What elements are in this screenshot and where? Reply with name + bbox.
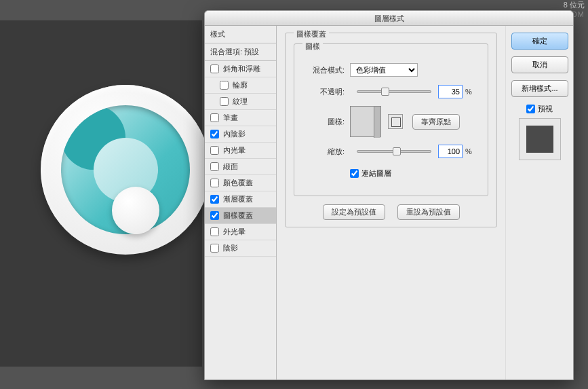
style-checkbox[interactable] xyxy=(210,113,219,122)
blend-mode-select[interactable]: 色彩增值 xyxy=(350,63,418,77)
style-checkbox[interactable] xyxy=(210,179,219,187)
style-item-7[interactable]: 顏色覆蓋 xyxy=(205,175,276,191)
center-knob xyxy=(112,187,159,234)
style-label: 內光暈 xyxy=(223,145,246,155)
styles-header[interactable]: 樣式 xyxy=(205,26,276,43)
preview-label: 預視 xyxy=(538,104,553,114)
style-label: 紋理 xyxy=(233,96,248,107)
scale-slider[interactable] xyxy=(357,150,431,153)
style-checkbox[interactable] xyxy=(210,64,219,73)
bits-label: 8 位元 xyxy=(564,0,585,10)
percent-label-2: % xyxy=(465,147,472,155)
cancel-button[interactable]: 取消 xyxy=(511,56,568,73)
style-item-0[interactable]: 斜角和浮雕 xyxy=(205,61,276,77)
new-pattern-icon[interactable] xyxy=(388,114,403,129)
opacity-slider[interactable] xyxy=(357,90,431,93)
blend-mode-label: 混合模式: xyxy=(302,65,345,75)
set-default-button[interactable]: 設定為預設值 xyxy=(323,204,385,220)
percent-label: % xyxy=(465,88,472,96)
style-label: 斜角和浮雕 xyxy=(223,64,260,74)
group-title: 圖樣覆蓋 xyxy=(294,29,329,39)
canvas-area xyxy=(0,20,202,367)
preview-checkbox[interactable] xyxy=(526,105,535,113)
style-item-5[interactable]: 內光暈 xyxy=(205,143,276,159)
style-item-10[interactable]: 外光暈 xyxy=(205,224,276,240)
style-item-1[interactable]: 輪廓 xyxy=(205,77,276,94)
style-label: 顏色覆蓋 xyxy=(223,178,253,188)
settings-panel: 圖樣覆蓋 圖樣 混合模式: 色彩增值 不透明: % 圖樣: xyxy=(277,26,505,379)
link-layer-label: 連結圖層 xyxy=(361,168,391,179)
preview-box xyxy=(519,118,561,160)
style-label: 輪廓 xyxy=(233,80,248,90)
pattern-swatch[interactable] xyxy=(350,106,381,137)
ok-button[interactable]: 確定 xyxy=(511,33,568,50)
pattern-label: 圖樣: xyxy=(302,117,345,127)
opacity-input[interactable] xyxy=(438,85,463,98)
style-label: 內陰影 xyxy=(223,129,246,139)
style-label: 外光暈 xyxy=(223,227,246,237)
group-inner-title: 圖樣 xyxy=(302,41,323,52)
dialog-actions: 確定 取消 新增樣式... 預視 xyxy=(505,26,573,379)
style-item-11[interactable]: 陰影 xyxy=(205,240,276,257)
style-label: 漸層覆蓋 xyxy=(223,194,253,204)
reset-default-button[interactable]: 重設為預設值 xyxy=(397,204,460,220)
style-item-4[interactable]: 內陰影 xyxy=(205,126,276,143)
icon-preview xyxy=(41,85,210,255)
style-label: 陰影 xyxy=(223,243,238,253)
link-layer-checkbox[interactable] xyxy=(350,169,359,178)
chevron-down-icon[interactable] xyxy=(374,107,380,138)
header-info: 8 位元 xyxy=(564,0,585,10)
layer-style-dialog: 圖層樣式 樣式 混合選項: 預設 斜角和浮雕輪廓紋理筆畫內陰影內光暈緞面顏色覆蓋… xyxy=(204,10,574,380)
style-checkbox[interactable] xyxy=(210,195,219,204)
scale-input[interactable] xyxy=(438,145,463,158)
style-item-2[interactable]: 紋理 xyxy=(205,94,276,110)
style-label: 筆畫 xyxy=(223,113,238,123)
style-item-9[interactable]: 圖樣覆蓋 xyxy=(205,208,276,224)
dialog-title[interactable]: 圖層樣式 xyxy=(205,11,573,26)
preview-swatch xyxy=(526,126,553,153)
styles-sidebar: 樣式 混合選項: 預設 斜角和浮雕輪廓紋理筆畫內陰影內光暈緞面顏色覆蓋漸層覆蓋圖… xyxy=(205,26,277,379)
opacity-label: 不透明: xyxy=(302,87,345,97)
style-checkbox[interactable] xyxy=(210,130,219,138)
style-checkbox[interactable] xyxy=(210,162,219,171)
style-checkbox[interactable] xyxy=(210,146,219,155)
style-item-8[interactable]: 漸層覆蓋 xyxy=(205,191,276,208)
scale-label: 縮放: xyxy=(302,147,345,157)
style-label: 緞面 xyxy=(223,162,238,172)
style-checkbox[interactable] xyxy=(210,227,219,236)
new-style-button[interactable]: 新增樣式... xyxy=(511,80,568,97)
style-item-6[interactable]: 緞面 xyxy=(205,159,276,175)
style-checkbox[interactable] xyxy=(220,97,229,106)
snap-origin-button[interactable]: 靠齊原點 xyxy=(412,114,460,130)
style-checkbox[interactable] xyxy=(210,244,219,253)
style-checkbox[interactable] xyxy=(210,211,219,220)
style-checkbox[interactable] xyxy=(220,81,229,90)
style-label: 圖樣覆蓋 xyxy=(223,210,253,221)
blend-options-row[interactable]: 混合選項: 預設 xyxy=(205,43,276,61)
style-item-3[interactable]: 筆畫 xyxy=(205,110,276,126)
